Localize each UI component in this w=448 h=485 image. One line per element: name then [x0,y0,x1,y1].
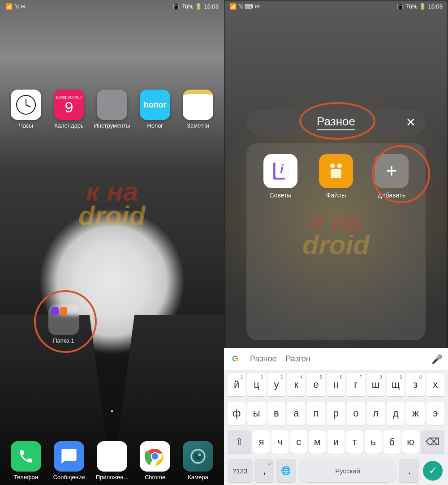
key-numbers[interactable]: ?123 [228,459,253,482]
tools-folder-icon [97,90,127,120]
key-ч[interactable]: ч [271,430,289,454]
page-indicator: ● [111,408,113,413]
key-д[interactable]: д [387,402,405,425]
app-tools-folder[interactable]: Инструменты [90,90,134,129]
key-б[interactable]: б [383,430,401,454]
app-label: Chrome [145,474,165,481]
app-label: Часы [19,123,33,129]
app-label: Телефон [14,474,38,481]
key-comma[interactable]: , ☺ [254,459,275,482]
folder-app-label: Файлы [326,192,346,199]
key-с[interactable]: с [290,430,307,454]
app-calendar[interactable]: воскресенье 9 Календарь [47,90,90,129]
calendar-icon: воскресенье 9 [54,90,84,120]
folder-title-text[interactable]: Разное [317,115,355,130]
signal-icon: 📶 [229,3,237,10]
clock-time: 16:03 [428,3,443,10]
folder-app-files[interactable]: Файлы [310,154,362,199]
signal-icon: 📶 [5,3,13,10]
clear-title-button[interactable]: ✕ [406,116,416,129]
home-grid: Часы воскресенье 9 Календарь Инструменты… [0,90,224,129]
key-ф[interactable]: ф [228,402,246,425]
vibrate-icon: 📳 [396,3,404,10]
phone-left: к на droid 📶 ℕ ✉ 📳 76% 🔋 16:03 Часы воск… [0,0,224,485]
key-globe[interactable]: 🌐 [276,459,296,482]
dock-apps[interactable]: Приложен... [90,441,134,481]
suggestion-1[interactable]: Разное [250,354,276,364]
folder-app-tips[interactable]: i Советы [254,154,306,199]
app-label: Сообщения [53,474,85,481]
battery-percent: 76% [181,3,193,10]
folder-add-button[interactable]: + Добавить [366,154,418,199]
plus-icon: + [375,154,409,188]
svg-point-9 [198,453,201,456]
key-з[interactable]: з0 [406,373,424,396]
battery-icon: 🔋 [195,3,202,10]
google-logo-icon[interactable]: G [229,353,241,365]
key-х[interactable]: х [426,373,444,396]
key-space[interactable]: Русский [298,459,398,482]
app-honor[interactable]: honor Honor [134,90,177,129]
key-о[interactable]: о [347,402,365,425]
key-л[interactable]: л [367,402,385,425]
key-enter[interactable]: ✓ [423,461,443,481]
notes-icon [183,90,213,120]
tips-icon: i [263,154,297,188]
key-period[interactable]: . [399,459,419,482]
dock-phone[interactable]: Телефон [4,441,47,481]
suggestion-bar: G Разное Разгон 🎤 [224,348,448,370]
key-shift[interactable]: ⇧ [228,430,251,454]
key-и[interactable]: и [327,430,345,454]
key-ж[interactable]: ж [406,402,424,425]
app-notes[interactable]: Заметки [177,90,220,129]
keyboard-row-3: ⇧ячсмитьбю⌫ [224,428,448,456]
key-ц[interactable]: ц2 [247,373,265,396]
app-label: Honor [147,123,163,129]
key-м[interactable]: м [309,430,326,454]
keyboard-icon: ⌨ [245,3,253,10]
chrome-icon [140,441,170,472]
files-icon [319,154,353,188]
key-ь[interactable]: ь [365,430,382,454]
dock-chrome[interactable]: Chrome [134,441,177,481]
battery-percent: 76% [405,3,417,10]
status-bar: 📶 ℕ ⌨ ✉ 📳 76% 🔋 16:03 [224,0,448,13]
app-clock[interactable]: Часы [4,90,47,129]
folder-label: Папка 1 [53,338,74,344]
mail-icon: ✉ [21,3,26,10]
key-в[interactable]: в [267,402,285,425]
dock-camera[interactable]: Камера [177,441,220,481]
key-й[interactable]: й1 [228,373,246,396]
key-е[interactable]: е5 [307,373,325,396]
camera-icon [183,441,213,472]
folder-panel: i Советы Файлы + Добавить [246,143,426,340]
key-а[interactable]: а [287,402,305,425]
messages-icon [54,441,84,472]
app-label: Приложен... [96,474,129,481]
key-г[interactable]: г7 [347,373,365,396]
key-к[interactable]: к4 [287,373,305,396]
key-р[interactable]: р [327,402,345,425]
key-т[interactable]: т [346,430,363,454]
folder-title-input[interactable]: Разное ✕ [246,110,426,135]
suggestion-2[interactable]: Разгон [285,354,310,364]
app-label: Календарь [54,123,84,129]
key-щ[interactable]: щ9 [387,373,405,396]
dock-messages[interactable]: Сообщения [47,441,90,481]
svg-point-14 [337,163,342,168]
key-н[interactable]: н6 [327,373,345,396]
dock: Телефон Сообщения Приложен... Chrome Кам… [0,441,224,481]
honor-icon: honor [140,90,170,120]
key-ы[interactable]: ы [247,402,265,425]
key-ш[interactable]: ш8 [367,373,385,396]
key-у[interactable]: у3 [267,373,285,396]
key-ю[interactable]: ю [402,430,419,454]
key-я[interactable]: я [253,430,270,454]
app-label: Заметки [187,123,209,129]
home-folder[interactable]: Папка 1 [48,305,79,344]
app-label: Инструменты [94,123,130,129]
key-п[interactable]: п [307,402,325,425]
key-э[interactable]: э [426,402,444,425]
key-backspace[interactable]: ⌫ [421,430,444,454]
mic-icon[interactable]: 🎤 [431,354,443,365]
